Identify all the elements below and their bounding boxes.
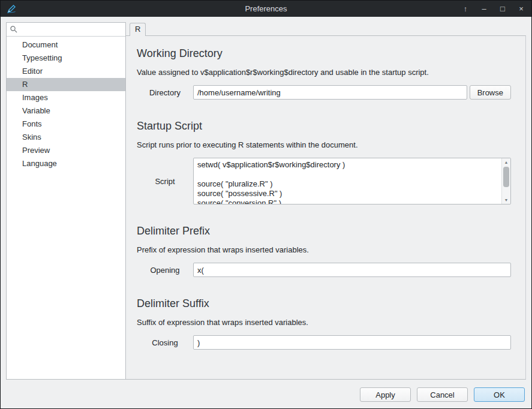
directory-input[interactable]: [193, 85, 467, 100]
dialog-footer: Apply Cancel OK: [6, 380, 526, 403]
keep-above-icon[interactable]: ↑: [461, 1, 470, 17]
scrollbar-thumb[interactable]: [503, 167, 509, 187]
search-box: [7, 23, 125, 37]
sidebar-item-skins[interactable]: Skins: [7, 131, 125, 144]
section-delimiter-suffix: Delimiter Suffix Suffix of expression th…: [137, 297, 511, 350]
scroll-up-icon[interactable]: ▲: [502, 158, 510, 166]
sidebar-item-images[interactable]: Images: [7, 91, 125, 104]
sidebar: Document Typesetting Editor R Images Var…: [6, 22, 126, 380]
sidebar-item-document[interactable]: Document: [7, 38, 125, 52]
settings-nav: Document Typesetting Editor R Images Var…: [7, 37, 125, 170]
r-settings-pane: Working Directory Value assigned to v$ap…: [126, 35, 526, 380]
sidebar-item-language[interactable]: Language: [7, 157, 125, 170]
search-input[interactable]: [21, 25, 122, 35]
sidebar-item-variable[interactable]: Variable: [7, 104, 125, 118]
closing-input[interactable]: [193, 335, 511, 350]
scroll-down-icon[interactable]: ▼: [502, 196, 510, 204]
sidebar-item-fonts[interactable]: Fonts: [7, 118, 125, 131]
search-icon: [10, 25, 18, 34]
minimize-icon[interactable]: –: [480, 1, 488, 17]
preferences-window: Preferences ↑ – □ × Document Type: [0, 0, 532, 409]
apply-button[interactable]: Apply: [360, 387, 411, 402]
delimiter-suffix-description: Suffix of expression that wraps inserted…: [137, 318, 511, 327]
opening-input[interactable]: [193, 263, 511, 277]
closing-label: Closing: [137, 338, 193, 347]
sidebar-item-editor[interactable]: Editor: [7, 65, 125, 78]
startup-script-heading: Startup Script: [137, 120, 511, 133]
tab-r[interactable]: R: [130, 23, 146, 36]
cancel-button[interactable]: Cancel: [417, 387, 468, 402]
script-textarea[interactable]: setwd( v$application$r$working$directory…: [193, 158, 511, 204]
opening-label: Opening: [137, 266, 193, 275]
titlebar[interactable]: Preferences ↑ – □ ×: [1, 1, 531, 17]
settings-tabwidget: R Working Directory Value assigned to v$…: [126, 22, 526, 380]
startup-script-description: Script runs prior to executing R stateme…: [137, 140, 511, 150]
delimiter-suffix-heading: Delimiter Suffix: [137, 297, 511, 310]
close-icon[interactable]: ×: [517, 1, 525, 17]
app-pencil-icon: [7, 4, 16, 14]
working-directory-description: Value assigned to v$application$r$workin…: [137, 68, 511, 77]
directory-label: Directory: [137, 88, 193, 97]
section-startup-script: Startup Script Script runs prior to exec…: [137, 120, 511, 204]
browse-button[interactable]: Browse: [470, 85, 511, 100]
sidebar-item-typesetting[interactable]: Typesetting: [7, 52, 125, 65]
delimiter-prefix-description: Prefix of expression that wraps inserted…: [137, 245, 511, 255]
tab-bar: R: [126, 22, 526, 35]
script-scrollbar[interactable]: ▲ ▼: [501, 158, 510, 204]
ok-button[interactable]: OK: [474, 387, 525, 402]
sidebar-item-preview[interactable]: Preview: [7, 144, 125, 157]
dialog-body: Document Typesetting Editor R Images Var…: [1, 17, 531, 408]
working-directory-heading: Working Directory: [137, 47, 511, 60]
sidebar-item-r[interactable]: R: [7, 78, 125, 91]
delimiter-prefix-heading: Delimiter Prefix: [137, 225, 511, 237]
script-editor: setwd( v$application$r$working$directory…: [193, 158, 511, 204]
section-delimiter-prefix: Delimiter Prefix Prefix of expression th…: [137, 225, 511, 277]
window-controls: ↑ – □ ×: [461, 1, 525, 17]
section-working-directory: Working Directory Value assigned to v$ap…: [137, 47, 511, 100]
window-title: Preferences: [1, 4, 531, 13]
maximize-icon[interactable]: □: [498, 1, 507, 17]
script-label: Script: [137, 177, 193, 186]
